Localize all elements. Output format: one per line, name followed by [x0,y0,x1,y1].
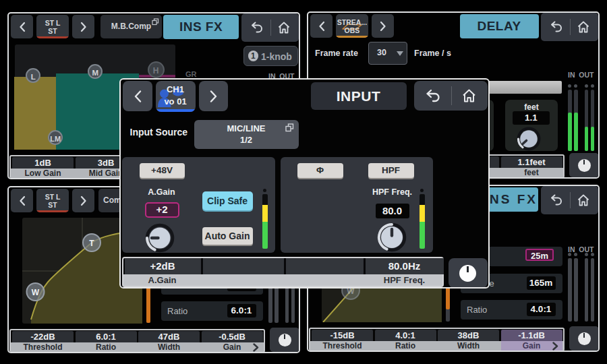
svg-text:W: W [32,288,40,297]
svg-text:T: T [89,239,94,248]
